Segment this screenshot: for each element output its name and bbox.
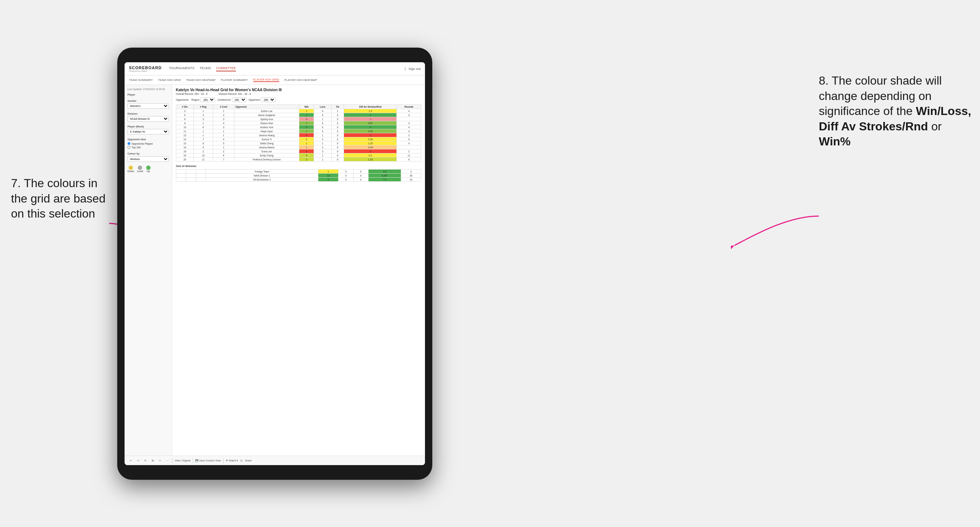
share-btn[interactable]: Share [245, 459, 252, 462]
filter-conference: Conference (All) [217, 97, 246, 102]
radio-opponents-played-label: Opponents Played [132, 143, 153, 145]
cell-conf [196, 170, 205, 174]
sidebar-player-label: Player [127, 94, 169, 96]
settings-btn[interactable]: ⊡ [240, 459, 242, 462]
legend-level-dot [138, 165, 142, 170]
opponent-select[interactable]: (All) [261, 97, 275, 102]
cell-opponent: Jessica Huang [234, 133, 299, 137]
subnav-player-h2h-grid[interactable]: PLAYER H2H GRID [253, 78, 279, 82]
cell-loss: 1 [314, 141, 331, 145]
cell-div [176, 178, 186, 182]
legend-up-label: Up [146, 170, 151, 173]
legend-up-dot [146, 165, 151, 170]
undo-btn[interactable]: ↩ [128, 459, 134, 463]
nav-tournaments[interactable]: TOURNAMENTS [169, 66, 194, 71]
cell-loss: 0 [314, 113, 331, 117]
table-row: NAIA Division 1 15 0 0 9.267 30 [176, 174, 421, 178]
conference-select[interactable]: (All) [232, 97, 247, 102]
watch-btn[interactable]: 👁 Watch ▾ [226, 459, 238, 462]
col-loss: Loss [314, 105, 331, 109]
cell-win: 4 [299, 154, 314, 157]
gender-select[interactable]: Women's [127, 103, 169, 109]
subnav-player-summary[interactable]: PLAYER SUMMARY [221, 78, 248, 82]
cell-rounds: 30 [401, 174, 421, 178]
cell-tie: 0 [353, 178, 368, 182]
nav-teams[interactable]: TEAMS [200, 66, 211, 71]
radio-opponents-played: Opponents Played [127, 142, 169, 145]
col-rounds: Rounds [397, 105, 421, 109]
cell-diff: 1.33 [344, 157, 397, 162]
arrow-right [731, 213, 822, 249]
cell-win: 2 [299, 137, 314, 141]
subnav-team-h2h-grid[interactable]: TEAM H2H GRID [158, 78, 181, 82]
legend: Down Level Up [127, 165, 169, 173]
table-row: 11 1 1 Heejo Hyun 1 0 0 3.33 3 [176, 129, 421, 133]
cell-reg: 8 [194, 141, 213, 145]
save-custom-view-btn[interactable]: 💾 Save Custom View [195, 459, 221, 462]
cell-opponent: Sharon Mun [234, 121, 299, 125]
subnav-team-summary[interactable]: TEAM SUMMARY [129, 78, 153, 82]
cell-reg: 11 [194, 157, 213, 162]
cell-div: 18 [176, 149, 194, 154]
cut-btn[interactable]: ✂ [158, 459, 163, 463]
cell-rounds: 2 [397, 133, 421, 137]
colour-by-select[interactable]: Win/loss [127, 156, 169, 162]
cell-diff: 7.4 [368, 178, 401, 182]
cell-rounds: 11 [397, 154, 421, 157]
refresh-btn[interactable]: ↻ [143, 459, 148, 463]
cell-div: 14 [176, 137, 194, 141]
cell-win: 1 [299, 145, 314, 149]
table-row: Foreign Team 1 0 0 4.5 2 [176, 170, 421, 174]
legend-level-label: Level [137, 170, 143, 173]
cell-tie: 0 [331, 145, 344, 149]
cell-conf: 2 [213, 113, 234, 117]
cell-rounds: 2 [401, 170, 421, 174]
cell-rounds: 3 [397, 121, 421, 125]
dots-btn[interactable]: ··· [165, 459, 170, 462]
grid-btn[interactable]: ⊞ [150, 459, 155, 463]
cell-opponent: Jessica Mason [234, 145, 299, 149]
subnav-player-h2h-heatmap[interactable]: PLAYER H2H HEATMAP [284, 78, 317, 82]
cell-rounds: 4 [397, 109, 421, 113]
cell-opponent: Euna Lee [234, 149, 299, 154]
col-diff: Diff Av Strokes/Rnd [344, 105, 397, 109]
redo-btn[interactable]: ↪ [135, 459, 141, 463]
subnav-team-h2h-heatmap[interactable]: TEAM H2H HEATMAP [186, 78, 216, 82]
player-rank-select[interactable]: 8. Katelyn Vo [127, 129, 169, 134]
cell-reg [186, 170, 196, 174]
nav-committee[interactable]: COMMITTEE [216, 66, 236, 71]
radio-top100-input[interactable] [127, 146, 130, 149]
cell-reg: 1 [194, 121, 213, 125]
cell-reg: 6 [194, 125, 213, 129]
cell-div: 9 [176, 121, 194, 125]
cell-conf: 1 [213, 133, 234, 137]
h2h-grid-table: # Div # Reg # Conf Opponent Win Loss Tie… [176, 105, 421, 162]
opponents-label: Opponents: [176, 98, 189, 101]
nav-links: TOURNAMENTS TEAMS COMMITTEE [169, 66, 235, 71]
col-opponent: Opponent [234, 105, 299, 109]
legend-up: Up [146, 165, 151, 173]
bottom-toolbar: ↩ ↪ ↻ ⊞ ✂ ··· View: Original 💾 Save Cust… [124, 456, 425, 465]
cell-diff: 1.5 [344, 109, 397, 113]
region-select[interactable]: (All) [200, 97, 215, 102]
table-row: 20 11 7 Federica Domecq Lacroze 2 1 0 1.… [176, 157, 421, 162]
sign-out-link[interactable]: Sign out [409, 67, 421, 71]
cell-div [176, 170, 186, 174]
cell-win: 2 [299, 125, 314, 129]
cell-win: 1 [299, 121, 314, 125]
cell-win: 1 [299, 141, 314, 145]
grid-records: Overall Record: 353 - 34 - 6 Division Re… [176, 93, 421, 95]
cell-conf: 5 [213, 141, 234, 145]
table-row: 16 9 1 Jessica Mason 1 2 0 -0.94 [176, 145, 421, 149]
radio-opponents-played-input[interactable] [127, 142, 130, 145]
cell-diff: 3.67 [344, 121, 397, 125]
filter-opponent: Opponent (All) [249, 97, 276, 102]
table-row: 10 6 3 Andrea York 2 0 0 4 4 [176, 125, 421, 129]
cell-opponent: NCAA Division 2 [205, 178, 318, 182]
division-select[interactable]: NCAA Division III [127, 116, 169, 122]
cell-diff: 9.267 [368, 174, 401, 178]
view-original-btn[interactable]: View: Original [175, 459, 191, 462]
cell-div: 11 [176, 129, 194, 133]
cell-reg: 9 [194, 145, 213, 149]
table-row: 18 2 2 Euna Lee 0 3 0 -5 2 [176, 149, 421, 154]
